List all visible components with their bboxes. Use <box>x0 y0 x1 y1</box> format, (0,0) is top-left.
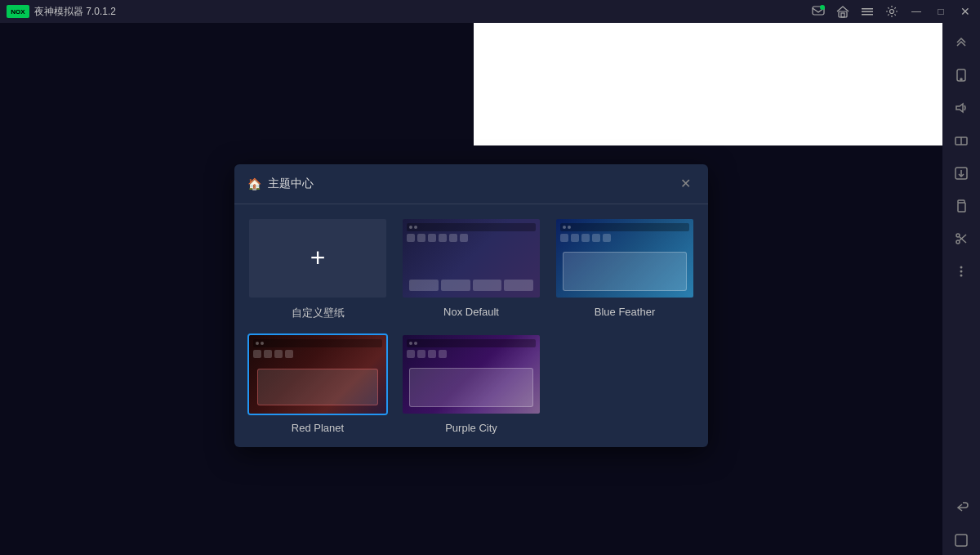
dialog-close-button[interactable]: ✕ <box>675 174 695 194</box>
thumb-taskbar-red <box>253 339 382 347</box>
thumb-icon-b5 <box>603 234 611 242</box>
import-icon[interactable] <box>947 159 976 188</box>
message-titlebar-icon[interactable] <box>807 0 830 23</box>
close-button[interactable]: ✕ <box>954 0 977 23</box>
thumb-sq3 <box>473 280 502 291</box>
thumb-dot-p1 <box>409 342 412 345</box>
thumb-icons-nox <box>407 234 536 242</box>
theme-thumbnail-purple-city[interactable] <box>401 333 541 415</box>
thumb-icon2 <box>417 234 425 242</box>
nox-default-label: Nox Default <box>443 306 499 318</box>
theme-thumbnail-blue-feather[interactable] <box>555 217 695 299</box>
purple-city-bg <box>403 335 540 414</box>
dialog-header: 🏠 主题中心 ✕ <box>234 164 708 204</box>
svg-point-17 <box>956 234 960 237</box>
home-titlebar-icon[interactable] <box>831 0 854 23</box>
theme-card-nox-default[interactable]: Nox Default <box>401 217 541 320</box>
svg-rect-4 <box>862 8 873 10</box>
right-sidebar <box>942 23 980 555</box>
thumb-icon-r3 <box>274 350 283 358</box>
svg-rect-2 <box>839 11 847 17</box>
dialog-body: + 自定义壁纸 <box>234 204 708 447</box>
theme-center-dialog: 🏠 主题中心 ✕ + 自定义壁纸 <box>234 164 708 447</box>
maximize-button[interactable]: □ <box>929 0 952 23</box>
svg-point-9 <box>960 78 962 80</box>
thumb-icon-p3 <box>428 350 436 358</box>
back-icon[interactable] <box>947 493 976 522</box>
custom-thumb-bg: + <box>249 219 386 298</box>
blue-feather-bg <box>556 219 693 298</box>
thumb-dot2 <box>414 226 417 229</box>
thumb-icon-b1 <box>560 234 568 242</box>
svg-rect-1 <box>820 5 825 10</box>
theme-card-custom[interactable]: + 自定义壁纸 <box>247 217 388 320</box>
scissors-icon[interactable] <box>947 224 976 253</box>
custom-wallpaper-label: 自定义壁纸 <box>292 306 345 320</box>
thumb-icons-red <box>253 350 382 358</box>
thumb-icon1 <box>407 234 415 242</box>
theme-card-blue-feather[interactable]: Blue Feather <box>555 217 695 320</box>
thumb-dot-p2 <box>414 342 417 345</box>
svg-rect-23 <box>956 535 967 546</box>
app-title: 夜神模拟器 7.0.1.2 <box>34 5 116 19</box>
thumb-icon-b4 <box>592 234 600 242</box>
thumb-dot-b2 <box>568 226 571 229</box>
thumb-taskbar-blue <box>560 223 689 231</box>
thumb-icons-blue <box>560 234 689 242</box>
thumb-icon-r4 <box>285 350 293 358</box>
thumb-squares-nox <box>409 280 533 291</box>
thumb-icon-b3 <box>581 234 590 242</box>
svg-point-22 <box>960 275 963 277</box>
nox-default-bg <box>403 219 540 298</box>
dialog-title: 主题中心 <box>268 177 314 191</box>
thumb-sq1 <box>409 280 439 291</box>
thumb-icon6 <box>460 234 468 242</box>
titlebar-logo-area: NOX 夜神模拟器 7.0.1.2 <box>0 5 122 19</box>
svg-point-7 <box>890 10 894 14</box>
phone-icon[interactable] <box>947 60 976 90</box>
plus-icon: + <box>310 243 326 273</box>
theme-thumbnail-red-planet[interactable] <box>247 333 388 415</box>
svg-point-16 <box>956 240 960 244</box>
dialog-header-icon: 🏠 <box>247 177 261 190</box>
volume-icon[interactable] <box>947 93 976 123</box>
theme-card-purple-city[interactable]: Purple City <box>401 333 541 434</box>
svg-rect-3 <box>841 13 844 17</box>
svg-marker-10 <box>956 104 963 112</box>
thumb-window-red <box>257 369 378 405</box>
thumb-icon-p1 <box>407 350 415 358</box>
theme-thumbnail-nox-default[interactable] <box>401 217 541 299</box>
home-bottom-icon[interactable] <box>947 526 976 555</box>
svg-rect-15 <box>958 203 965 212</box>
svg-rect-6 <box>862 14 873 16</box>
thumb-icon-r1 <box>253 350 261 358</box>
menu-titlebar-icon[interactable] <box>856 0 879 23</box>
minimize-button[interactable]: — <box>905 0 928 23</box>
theme-thumbnail-custom[interactable]: + <box>247 217 388 299</box>
theme-card-red-planet[interactable]: Red Planet <box>247 333 388 434</box>
svg-point-20 <box>960 266 963 269</box>
thumb-icon-p2 <box>417 350 425 358</box>
thumb-dot1 <box>409 226 412 229</box>
thumb-taskbar-purple <box>407 339 536 347</box>
red-planet-bg <box>249 335 386 414</box>
thumb-dot-r1 <box>256 342 259 345</box>
screen-rotate-icon[interactable] <box>947 126 976 155</box>
expand-icon[interactable] <box>947 28 976 57</box>
thumb-window-blue <box>563 252 687 291</box>
thumb-icon4 <box>439 234 447 242</box>
thumb-dot-b1 <box>563 226 566 229</box>
thumb-dot-r2 <box>261 342 264 345</box>
copy-icon[interactable] <box>947 191 976 221</box>
svg-rect-5 <box>862 11 873 13</box>
thumb-taskbar-nox <box>407 223 536 231</box>
thumb-sq4 <box>504 280 533 291</box>
more-icon[interactable] <box>947 257 976 286</box>
titlebar: NOX 夜神模拟器 7.0.1.2 <box>0 0 980 23</box>
nox-logo: NOX <box>7 5 29 18</box>
purple-city-label: Purple City <box>445 422 497 434</box>
settings-titlebar-icon[interactable] <box>880 0 903 23</box>
thumb-icon3 <box>428 234 436 242</box>
red-planet-label: Red Planet <box>292 422 344 434</box>
thumb-icon-r2 <box>264 350 272 358</box>
